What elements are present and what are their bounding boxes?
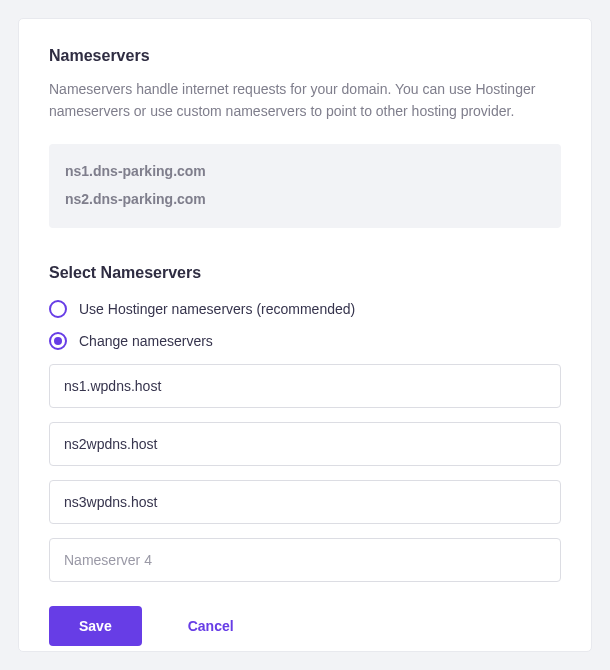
nameserver-3-input[interactable] bbox=[49, 480, 561, 524]
radio-label-change: Change nameservers bbox=[79, 333, 213, 349]
radio-option-hostinger[interactable]: Use Hostinger nameservers (recommended) bbox=[49, 300, 561, 318]
radio-icon bbox=[49, 300, 67, 318]
radio-icon bbox=[49, 332, 67, 350]
actions-row: Save Cancel bbox=[49, 606, 561, 646]
nameserver-4-input[interactable] bbox=[49, 538, 561, 582]
section-title: Nameservers bbox=[49, 47, 561, 65]
nameserver-2-input[interactable] bbox=[49, 422, 561, 466]
radio-label-hostinger: Use Hostinger nameservers (recommended) bbox=[79, 301, 355, 317]
current-nameservers-box: ns1.dns-parking.com ns2.dns-parking.com bbox=[49, 144, 561, 228]
save-button[interactable]: Save bbox=[49, 606, 142, 646]
current-ns-2: ns2.dns-parking.com bbox=[65, 186, 545, 214]
current-ns-1: ns1.dns-parking.com bbox=[65, 158, 545, 186]
radio-option-change[interactable]: Change nameservers bbox=[49, 332, 561, 350]
nameservers-card: Nameservers Nameservers handle internet … bbox=[18, 18, 592, 652]
nameserver-1-input[interactable] bbox=[49, 364, 561, 408]
cancel-button[interactable]: Cancel bbox=[188, 618, 234, 634]
section-description: Nameservers handle internet requests for… bbox=[49, 79, 561, 122]
select-nameservers-title: Select Nameservers bbox=[49, 264, 561, 282]
